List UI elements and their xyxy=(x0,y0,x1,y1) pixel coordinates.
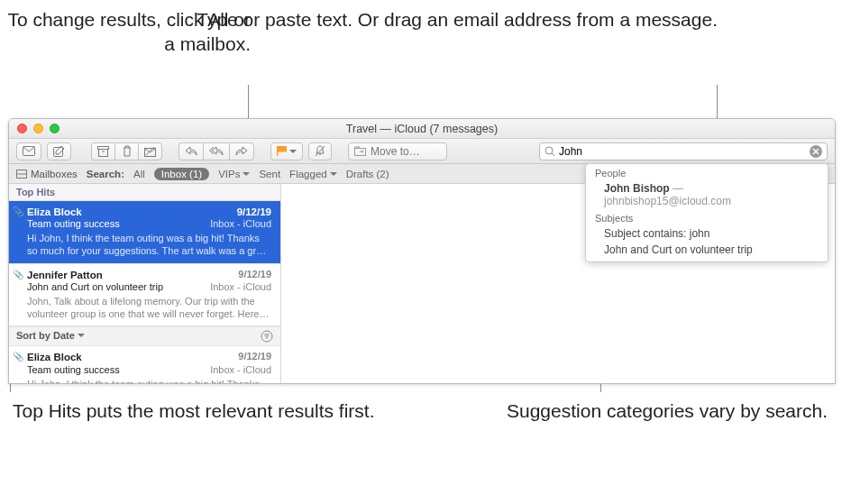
reply-button[interactable] xyxy=(178,142,203,160)
sort-bar[interactable]: Sort by Date xyxy=(9,326,280,346)
attachment-icon: 📎 xyxy=(13,270,23,281)
callout-suggest: Suggestion categories vary by search. xyxy=(507,399,828,423)
preview: Hi John, I think the team outing was a b… xyxy=(27,232,271,258)
callout-search: Type or paste text. Or drag an email add… xyxy=(197,7,718,32)
svg-point-9 xyxy=(545,147,553,154)
scope-flagged[interactable]: Flagged xyxy=(289,169,337,179)
flag-icon xyxy=(277,146,287,156)
date: 9/12/19 xyxy=(238,351,271,363)
attachment-icon: 📎 xyxy=(13,206,23,218)
svg-rect-3 xyxy=(99,149,108,156)
archive-button[interactable] xyxy=(91,142,114,160)
toolbar: Move to… xyxy=(9,139,835,164)
envelope-icon xyxy=(23,146,35,156)
sep: — xyxy=(670,182,683,195)
date: 9/12/19 xyxy=(238,269,271,281)
search-icon xyxy=(545,146,555,157)
person-email: johnbishop15@icloud.com xyxy=(604,195,731,207)
scope-drafts[interactable]: Drafts (2) xyxy=(346,169,389,179)
person-name: John Bishop xyxy=(604,182,670,195)
flag-button[interactable] xyxy=(270,142,303,160)
suggest-person[interactable]: John Bishop — johnbishop15@icloud.com xyxy=(586,180,828,209)
svg-line-10 xyxy=(552,153,554,156)
move-to-button[interactable]: Move to… xyxy=(348,142,447,160)
compose-icon xyxy=(53,145,65,157)
reply-all-button[interactable] xyxy=(203,142,229,160)
mail-window: Travel — iCloud (7 messages) xyxy=(8,118,836,384)
delete-button[interactable] xyxy=(114,142,138,160)
filter-icon[interactable] xyxy=(261,330,273,343)
message-row[interactable]: 📎 Eliza Block9/12/19 Team outing success… xyxy=(9,346,280,383)
reply-icon xyxy=(185,146,197,156)
x-icon xyxy=(812,148,819,155)
search-scope-label: Search: xyxy=(87,169,124,179)
search-input[interactable] xyxy=(559,145,806,158)
scope-inbox[interactable]: Inbox (1) xyxy=(154,168,209,180)
message-row[interactable]: 📎 Eliza Block9/12/19 Team outing success… xyxy=(9,201,280,264)
titlebar: Travel — iCloud (7 messages) xyxy=(9,119,835,139)
mailboxes-icon xyxy=(16,170,27,179)
from: Eliza Block xyxy=(27,206,82,218)
mailbox-label: Inbox - iCloud xyxy=(210,281,271,294)
mute-button[interactable] xyxy=(308,142,332,160)
scope-vips[interactable]: VIPs xyxy=(218,169,250,179)
preview: John, Talk about a lifelong memory. Our … xyxy=(27,295,271,321)
get-mail-button[interactable] xyxy=(16,142,41,160)
window-title: Travel — iCloud (7 messages) xyxy=(9,123,835,135)
clear-search-button[interactable] xyxy=(810,145,822,158)
suggest-subject[interactable]: Subject contains: john xyxy=(586,225,828,242)
junk-button[interactable] xyxy=(138,142,162,160)
mailboxes-button[interactable]: Mailboxes xyxy=(16,169,78,179)
mailbox-label: Inbox - iCloud xyxy=(210,218,271,231)
mailboxes-label: Mailboxes xyxy=(31,169,78,179)
message-row[interactable]: 📎 Jennifer Patton9/12/19 John and Curt o… xyxy=(9,264,280,327)
trash-icon xyxy=(122,145,133,157)
from: Eliza Block xyxy=(27,351,82,363)
message-list: Top Hits 📎 Eliza Block9/12/19 Team outin… xyxy=(9,184,281,383)
archive-icon xyxy=(97,146,109,157)
forward-icon xyxy=(235,146,248,156)
preview: Hi John, I think the team outing was a b… xyxy=(27,378,271,383)
suggest-subjects-header: Subjects xyxy=(586,209,828,225)
date: 9/12/19 xyxy=(237,206,271,218)
callout-tophits: Top Hits puts the most relevant results … xyxy=(13,399,374,423)
search-field[interactable] xyxy=(539,142,828,160)
suggest-people-header: People xyxy=(586,164,828,180)
reply-all-icon xyxy=(209,146,224,156)
from: Jennifer Patton xyxy=(27,269,103,281)
move-icon xyxy=(354,146,366,156)
subject: Team outing success xyxy=(27,218,120,231)
search-suggestions: People John Bishop — johnbishop15@icloud… xyxy=(585,163,828,262)
bell-slash-icon xyxy=(315,145,325,157)
top-hits-header: Top Hits xyxy=(9,184,280,201)
suggest-subject[interactable]: John and Curt on volunteer trip xyxy=(586,242,828,258)
junk-icon xyxy=(144,146,156,157)
subject: John and Curt on volunteer trip xyxy=(27,281,163,294)
scope-sent[interactable]: Sent xyxy=(259,169,280,179)
compose-button[interactable] xyxy=(47,142,71,160)
attachment-icon: 📎 xyxy=(13,352,23,363)
scope-all[interactable]: All xyxy=(133,169,145,179)
forward-button[interactable] xyxy=(229,142,254,160)
mailbox-label: Inbox - iCloud xyxy=(210,364,271,377)
sort-label: Sort by Date xyxy=(16,330,85,343)
move-to-label: Move to… xyxy=(371,145,420,158)
subject: Team outing success xyxy=(27,364,120,377)
